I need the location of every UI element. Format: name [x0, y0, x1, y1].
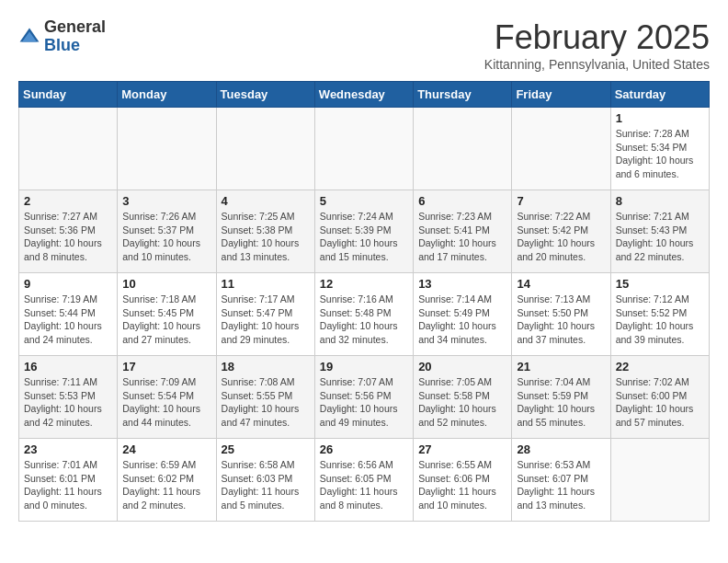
calendar-day-cell: 11Sunrise: 7:17 AMSunset: 5:47 PMDayligh…	[216, 273, 314, 356]
day-info: Sunrise: 7:21 AMSunset: 5:43 PMDaylight:…	[616, 210, 704, 264]
day-number: 28	[517, 442, 605, 456]
calendar-day-cell: 26Sunrise: 6:56 AMSunset: 6:05 PMDayligh…	[314, 439, 413, 522]
calendar-header-row: SundayMondayTuesdayWednesdayThursdayFrid…	[19, 82, 710, 108]
weekday-header-friday: Friday	[512, 82, 610, 108]
weekday-header-saturday: Saturday	[610, 82, 709, 108]
day-number: 2	[24, 194, 112, 208]
day-number: 21	[517, 360, 605, 373]
calendar-day-cell	[610, 439, 709, 522]
day-info: Sunrise: 7:24 AMSunset: 5:39 PMDaylight:…	[320, 210, 408, 264]
logo-general-text: General	[44, 17, 106, 36]
day-info: Sunrise: 7:01 AMSunset: 6:01 PMDaylight:…	[24, 458, 112, 512]
day-info: Sunrise: 7:28 AMSunset: 5:34 PMDaylight:…	[616, 127, 704, 181]
day-number: 7	[517, 194, 605, 208]
logo-blue-text: Blue	[44, 36, 80, 54]
weekday-header-monday: Monday	[118, 82, 216, 108]
calendar-day-cell	[118, 108, 216, 190]
calendar-week-row: 23Sunrise: 7:01 AMSunset: 6:01 PMDayligh…	[19, 439, 710, 522]
calendar-day-cell: 20Sunrise: 7:05 AMSunset: 5:58 PMDayligh…	[414, 356, 512, 439]
day-number: 13	[418, 277, 506, 291]
calendar-day-cell	[314, 108, 413, 190]
weekday-header-tuesday: Tuesday	[216, 82, 314, 108]
title-block: February 2025 Kittanning, Pennsylvania, …	[484, 18, 710, 72]
day-info: Sunrise: 7:13 AMSunset: 5:50 PMDaylight:…	[517, 293, 605, 347]
calendar-day-cell: 6Sunrise: 7:23 AMSunset: 5:41 PMDaylight…	[414, 190, 512, 273]
day-info: Sunrise: 6:59 AMSunset: 6:02 PMDaylight:…	[122, 458, 210, 512]
day-info: Sunrise: 7:11 AMSunset: 5:53 PMDaylight:…	[24, 375, 112, 430]
day-number: 24	[122, 442, 210, 456]
day-number: 15	[616, 277, 704, 291]
day-number: 9	[24, 277, 112, 291]
calendar-day-cell: 22Sunrise: 7:02 AMSunset: 6:00 PMDayligh…	[610, 356, 709, 439]
day-number: 26	[320, 442, 408, 456]
day-info: Sunrise: 6:55 AMSunset: 6:06 PMDaylight:…	[418, 458, 506, 512]
calendar-day-cell: 15Sunrise: 7:12 AMSunset: 5:52 PMDayligh…	[610, 273, 709, 356]
calendar-day-cell: 24Sunrise: 6:59 AMSunset: 6:02 PMDayligh…	[118, 439, 216, 522]
day-number: 1	[616, 111, 704, 125]
calendar-day-cell: 7Sunrise: 7:22 AMSunset: 5:42 PMDaylight…	[512, 190, 610, 273]
day-info: Sunrise: 7:07 AMSunset: 5:56 PMDaylight:…	[320, 375, 408, 430]
calendar-day-cell: 4Sunrise: 7:25 AMSunset: 5:38 PMDaylight…	[216, 190, 314, 273]
calendar-week-row: 16Sunrise: 7:11 AMSunset: 5:53 PMDayligh…	[19, 356, 710, 439]
day-info: Sunrise: 7:12 AMSunset: 5:52 PMDaylight:…	[616, 293, 704, 347]
calendar-day-cell	[19, 108, 118, 190]
page-header: General Blue February 2025 Kittanning, P…	[18, 18, 710, 72]
logo-icon	[18, 26, 40, 48]
calendar-week-row: 1Sunrise: 7:28 AMSunset: 5:34 PMDaylight…	[19, 108, 710, 190]
day-info: Sunrise: 7:02 AMSunset: 6:00 PMDaylight:…	[616, 375, 704, 430]
calendar-day-cell: 2Sunrise: 7:27 AMSunset: 5:36 PMDaylight…	[19, 190, 118, 273]
calendar-table: SundayMondayTuesdayWednesdayThursdayFrid…	[18, 81, 710, 522]
day-number: 22	[616, 360, 704, 373]
calendar-day-cell	[512, 108, 610, 190]
calendar-week-row: 9Sunrise: 7:19 AMSunset: 5:44 PMDaylight…	[19, 273, 710, 356]
day-info: Sunrise: 7:27 AMSunset: 5:36 PMDaylight:…	[24, 210, 112, 264]
day-info: Sunrise: 7:09 AMSunset: 5:54 PMDaylight:…	[122, 375, 210, 430]
calendar-day-cell: 3Sunrise: 7:26 AMSunset: 5:37 PMDaylight…	[118, 190, 216, 273]
day-number: 18	[222, 360, 310, 373]
calendar-day-cell: 23Sunrise: 7:01 AMSunset: 6:01 PMDayligh…	[19, 439, 118, 522]
day-number: 3	[122, 194, 210, 208]
calendar-day-cell: 27Sunrise: 6:55 AMSunset: 6:06 PMDayligh…	[414, 439, 512, 522]
day-info: Sunrise: 7:18 AMSunset: 5:45 PMDaylight:…	[122, 293, 210, 347]
day-number: 19	[320, 360, 408, 373]
day-info: Sunrise: 7:19 AMSunset: 5:44 PMDaylight:…	[24, 293, 112, 347]
day-number: 5	[320, 194, 408, 208]
calendar-day-cell: 9Sunrise: 7:19 AMSunset: 5:44 PMDaylight…	[19, 273, 118, 356]
location-subtitle: Kittanning, Pennsylvania, United States	[484, 57, 710, 72]
day-info: Sunrise: 7:23 AMSunset: 5:41 PMDaylight:…	[418, 210, 506, 264]
calendar-day-cell: 1Sunrise: 7:28 AMSunset: 5:34 PMDaylight…	[610, 108, 709, 190]
day-number: 27	[418, 442, 506, 456]
calendar-day-cell: 12Sunrise: 7:16 AMSunset: 5:48 PMDayligh…	[314, 273, 413, 356]
calendar-day-cell: 13Sunrise: 7:14 AMSunset: 5:49 PMDayligh…	[414, 273, 512, 356]
logo: General Blue	[18, 18, 106, 55]
calendar-day-cell: 17Sunrise: 7:09 AMSunset: 5:54 PMDayligh…	[118, 356, 216, 439]
day-number: 10	[122, 277, 210, 291]
day-info: Sunrise: 7:08 AMSunset: 5:55 PMDaylight:…	[222, 375, 310, 430]
day-info: Sunrise: 6:53 AMSunset: 6:07 PMDaylight:…	[517, 458, 605, 512]
day-number: 25	[222, 442, 310, 456]
calendar-day-cell: 14Sunrise: 7:13 AMSunset: 5:50 PMDayligh…	[512, 273, 610, 356]
month-title: February 2025	[484, 18, 710, 57]
day-info: Sunrise: 7:26 AMSunset: 5:37 PMDaylight:…	[122, 210, 210, 264]
day-number: 14	[517, 277, 605, 291]
day-info: Sunrise: 6:58 AMSunset: 6:03 PMDaylight:…	[222, 458, 310, 512]
calendar-day-cell: 19Sunrise: 7:07 AMSunset: 5:56 PMDayligh…	[314, 356, 413, 439]
day-number: 12	[320, 277, 408, 291]
calendar-day-cell	[414, 108, 512, 190]
day-info: Sunrise: 6:56 AMSunset: 6:05 PMDaylight:…	[320, 458, 408, 512]
day-number: 4	[222, 194, 310, 208]
day-number: 16	[24, 360, 112, 373]
calendar-day-cell: 5Sunrise: 7:24 AMSunset: 5:39 PMDaylight…	[314, 190, 413, 273]
day-number: 20	[418, 360, 506, 373]
calendar-day-cell: 16Sunrise: 7:11 AMSunset: 5:53 PMDayligh…	[19, 356, 118, 439]
calendar-week-row: 2Sunrise: 7:27 AMSunset: 5:36 PMDaylight…	[19, 190, 710, 273]
day-number: 17	[122, 360, 210, 373]
day-info: Sunrise: 7:16 AMSunset: 5:48 PMDaylight:…	[320, 293, 408, 347]
day-info: Sunrise: 7:14 AMSunset: 5:49 PMDaylight:…	[418, 293, 506, 347]
day-number: 8	[616, 194, 704, 208]
calendar-day-cell: 8Sunrise: 7:21 AMSunset: 5:43 PMDaylight…	[610, 190, 709, 273]
weekday-header-thursday: Thursday	[414, 82, 512, 108]
weekday-header-sunday: Sunday	[19, 82, 118, 108]
day-number: 6	[418, 194, 506, 208]
calendar-day-cell: 18Sunrise: 7:08 AMSunset: 5:55 PMDayligh…	[216, 356, 314, 439]
